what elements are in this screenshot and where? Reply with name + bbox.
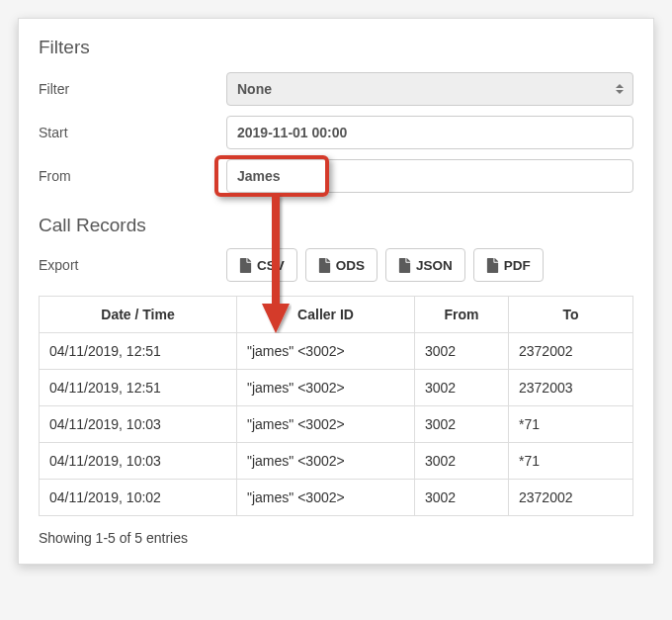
start-row: Start xyxy=(39,116,633,149)
cell-from: 3002 xyxy=(415,443,509,480)
cell-from: 3002 xyxy=(415,370,509,406)
col-from[interactable]: From xyxy=(415,297,509,333)
cell-datetime: 04/11/2019, 10:03 xyxy=(40,406,237,443)
cell-from: 3002 xyxy=(415,333,509,370)
cell-callerid: "james" <3002> xyxy=(237,370,415,406)
cell-datetime: 04/11/2019, 12:51 xyxy=(40,370,237,406)
table-row: 04/11/2019, 10:02"james" <3002>300223720… xyxy=(40,480,633,516)
export-ods-button[interactable]: ODS xyxy=(305,248,378,282)
start-label: Start xyxy=(39,125,226,140)
start-input[interactable] xyxy=(226,116,633,149)
file-icon xyxy=(239,258,252,273)
table-row: 04/11/2019, 12:51"james" <3002>300223720… xyxy=(40,333,633,370)
export-json-button[interactable]: JSON xyxy=(385,248,465,282)
cell-to: 2372002 xyxy=(509,333,633,370)
export-ods-label: ODS xyxy=(336,258,365,273)
cell-callerid: "james" <3002> xyxy=(237,333,415,370)
panel: Filters Filter None Start From xyxy=(18,18,654,565)
export-csv-label: CSV xyxy=(257,258,285,273)
file-icon xyxy=(318,258,331,273)
cell-from: 3002 xyxy=(415,480,509,516)
entries-text: Showing 1-5 of 5 entries xyxy=(39,530,633,546)
filters-heading: Filters xyxy=(39,37,633,58)
cell-to: 2372003 xyxy=(509,370,633,406)
table-header-row: Date / Time Caller ID From To xyxy=(40,297,633,333)
cell-datetime: 04/11/2019, 12:51 xyxy=(40,333,237,370)
from-row: From xyxy=(39,159,633,193)
cell-to: *71 xyxy=(509,406,633,443)
export-label: Export xyxy=(39,257,226,273)
col-callerid[interactable]: Caller ID xyxy=(237,297,415,333)
col-to[interactable]: To xyxy=(509,297,633,333)
export-pdf-label: PDF xyxy=(504,258,531,273)
filter-row: Filter None xyxy=(39,72,633,106)
filter-label: Filter xyxy=(39,81,226,97)
from-input[interactable] xyxy=(226,159,633,193)
export-pdf-button[interactable]: PDF xyxy=(473,248,544,282)
records-table: Date / Time Caller ID From To 04/11/2019… xyxy=(39,296,633,516)
export-csv-button[interactable]: CSV xyxy=(226,248,297,282)
table-row: 04/11/2019, 10:03"james" <3002>3002*71 xyxy=(40,406,633,443)
cell-callerid: "james" <3002> xyxy=(237,443,415,480)
cell-callerid: "james" <3002> xyxy=(237,480,415,516)
cell-datetime: 04/11/2019, 10:02 xyxy=(40,480,237,516)
file-icon xyxy=(398,258,411,273)
cell-from: 3002 xyxy=(415,406,509,443)
table-row: 04/11/2019, 10:03"james" <3002>3002*71 xyxy=(40,443,633,480)
cell-callerid: "james" <3002> xyxy=(237,406,415,443)
export-row: Export CSV ODS JSON PDF xyxy=(39,248,633,282)
table-row: 04/11/2019, 12:51"james" <3002>300223720… xyxy=(40,370,633,406)
cell-to: *71 xyxy=(509,443,633,480)
file-icon xyxy=(486,258,499,273)
col-datetime[interactable]: Date / Time xyxy=(40,297,237,333)
from-label: From xyxy=(39,168,226,184)
cell-datetime: 04/11/2019, 10:03 xyxy=(40,443,237,480)
cell-to: 2372002 xyxy=(509,480,633,516)
filter-select[interactable]: None xyxy=(226,72,633,106)
export-json-label: JSON xyxy=(416,258,453,273)
records-heading: Call Records xyxy=(39,215,633,236)
